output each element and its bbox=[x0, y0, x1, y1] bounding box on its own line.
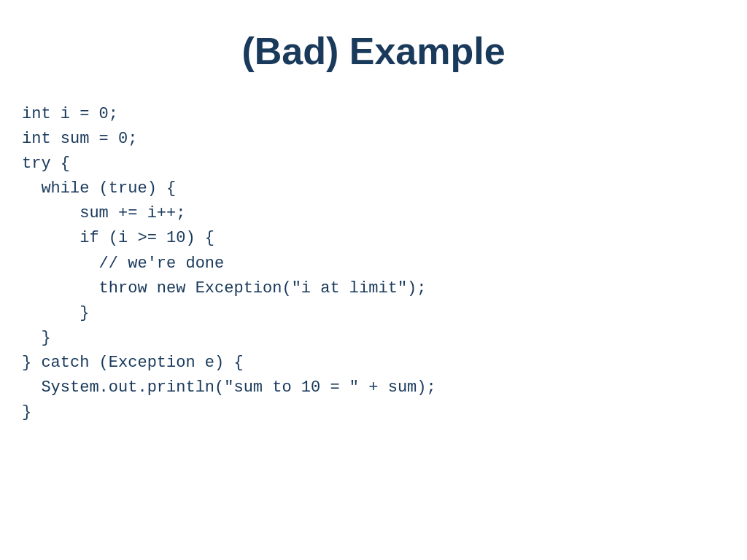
page-title: (Bad) Example bbox=[241, 29, 505, 73]
code-block: int i = 0; int sum = 0; try { while (tru… bbox=[0, 102, 436, 425]
page-container: (Bad) Example int i = 0; int sum = 0; tr… bbox=[0, 0, 747, 560]
